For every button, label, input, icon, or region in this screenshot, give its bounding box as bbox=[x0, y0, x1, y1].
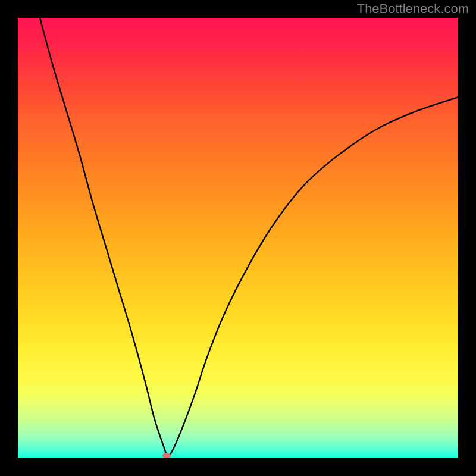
watermark-text: TheBottleneck.com bbox=[357, 1, 469, 17]
plot-area bbox=[18, 18, 458, 458]
bottleneck-curve-path bbox=[40, 18, 458, 456]
chart-frame: TheBottleneck.com bbox=[0, 0, 476, 476]
bottleneck-curve-svg bbox=[18, 18, 458, 458]
minimum-marker bbox=[162, 453, 171, 458]
